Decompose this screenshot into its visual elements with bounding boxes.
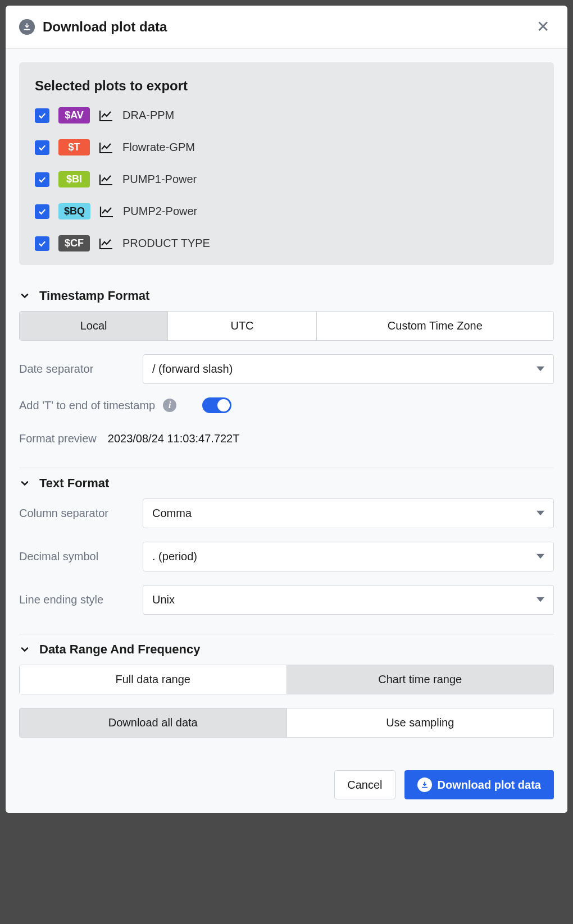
chart-line-icon: [99, 109, 113, 122]
plot-row: $CFPRODUCT TYPE: [35, 235, 538, 251]
plot-tag: $BQ: [58, 203, 90, 219]
caret-down-icon: [536, 507, 544, 520]
section-toggle-text[interactable]: Text Format: [19, 468, 554, 498]
range-segment: Full data range Chart time range: [19, 665, 554, 694]
tz-local-button[interactable]: Local: [20, 312, 168, 340]
plot-name: PUMP1-Power: [122, 173, 197, 186]
plot-name: PRODUCT TYPE: [122, 237, 210, 250]
plot-name: PUMP2-Power: [123, 205, 197, 218]
add-t-toggle[interactable]: [202, 397, 231, 413]
download-all-button[interactable]: Download all data: [20, 708, 287, 737]
format-preview-value: 2023/08/24 11:03:47.722T: [108, 432, 240, 445]
plot-checkbox[interactable]: [35, 236, 49, 251]
timestamp-section-title: Timestamp Format: [39, 289, 149, 303]
cancel-label: Cancel: [347, 779, 382, 792]
tz-custom-button[interactable]: Custom Time Zone: [317, 312, 553, 340]
download-plot-dialog: Download plot data ✕ Selected plots to e…: [6, 6, 567, 813]
caret-down-icon: [536, 363, 544, 376]
caret-down-icon: [536, 550, 544, 563]
chevron-down-icon: [19, 478, 30, 489]
dec-value: . (period): [152, 550, 197, 563]
plot-tag: $BI: [58, 171, 90, 187]
plot-name: DRA-PPM: [122, 109, 174, 122]
add-t-label: Add 'T' to end of timestamp: [19, 399, 155, 412]
format-preview-label: Format preview: [19, 432, 97, 445]
download-icon: [417, 777, 432, 792]
range-section-title: Data Range And Frequency: [39, 642, 200, 657]
plots-panel: Selected plots to export $AVDRA-PPM$TFlo…: [19, 62, 554, 265]
dec-select[interactable]: . (period): [143, 542, 554, 571]
col-sep-value: Comma: [152, 507, 192, 520]
date-separator-select[interactable]: / (forward slash): [143, 354, 554, 384]
chart-line-icon: [99, 141, 113, 154]
chevron-down-icon: [19, 290, 30, 301]
cancel-button[interactable]: Cancel: [334, 770, 395, 799]
dialog-title: Download plot data: [43, 19, 532, 35]
close-button[interactable]: ✕: [532, 17, 554, 37]
close-icon: ✕: [536, 18, 549, 35]
date-separator-value: / (forward slash): [152, 363, 233, 376]
plot-row: $BQPUMP2-Power: [35, 203, 538, 219]
col-sep-label: Column separator: [19, 507, 131, 520]
date-separator-label: Date separator: [19, 363, 131, 376]
info-icon[interactable]: i: [163, 399, 176, 412]
chart-range-button[interactable]: Chart time range: [287, 665, 554, 694]
col-sep-select[interactable]: Comma: [143, 498, 554, 528]
plot-row: $TFlowrate-GPM: [35, 139, 538, 155]
line-label: Line ending style: [19, 593, 131, 606]
text-section: Column separator Comma Decimal symbol . …: [19, 498, 554, 634]
plot-tag: $CF: [58, 235, 90, 251]
plot-checkbox[interactable]: [35, 108, 49, 123]
plot-checkbox[interactable]: [35, 172, 49, 187]
download-button[interactable]: Download plot data: [404, 770, 554, 799]
chart-line-icon: [99, 173, 113, 186]
timezone-segment: Local UTC Custom Time Zone: [19, 311, 554, 341]
plot-row: $AVDRA-PPM: [35, 107, 538, 123]
line-value: Unix: [152, 593, 175, 606]
plot-checkbox[interactable]: [35, 204, 49, 219]
chart-line-icon: [99, 205, 114, 218]
dialog-body: Selected plots to export $AVDRA-PPM$TFlo…: [6, 49, 567, 770]
dialog-header: Download plot data ✕: [6, 6, 567, 49]
section-toggle-timestamp[interactable]: Timestamp Format: [19, 281, 554, 311]
dialog-footer: Cancel Download plot data: [6, 770, 567, 813]
download-label: Download plot data: [438, 779, 541, 792]
range-section: Full data range Chart time range Downloa…: [19, 665, 554, 757]
chart-line-icon: [99, 237, 113, 250]
tz-utc-button[interactable]: UTC: [168, 312, 316, 340]
dec-label: Decimal symbol: [19, 550, 131, 563]
plot-tag: $T: [58, 139, 90, 155]
section-toggle-range[interactable]: Data Range And Frequency: [19, 634, 554, 665]
timestamp-section: Local UTC Custom Time Zone Date separato…: [19, 311, 554, 468]
line-select[interactable]: Unix: [143, 585, 554, 615]
plot-checkbox[interactable]: [35, 140, 49, 155]
plots-title: Selected plots to export: [35, 78, 538, 94]
text-section-title: Text Format: [39, 476, 109, 491]
download-icon: [19, 19, 35, 35]
plot-tag: $AV: [58, 107, 90, 123]
sampling-segment: Download all data Use sampling: [19, 708, 554, 738]
use-sampling-button[interactable]: Use sampling: [287, 708, 554, 737]
plot-row: $BIPUMP1-Power: [35, 171, 538, 187]
full-range-button[interactable]: Full data range: [20, 665, 287, 694]
chevron-down-icon: [19, 644, 30, 655]
caret-down-icon: [536, 593, 544, 606]
plot-name: Flowrate-GPM: [122, 141, 195, 154]
